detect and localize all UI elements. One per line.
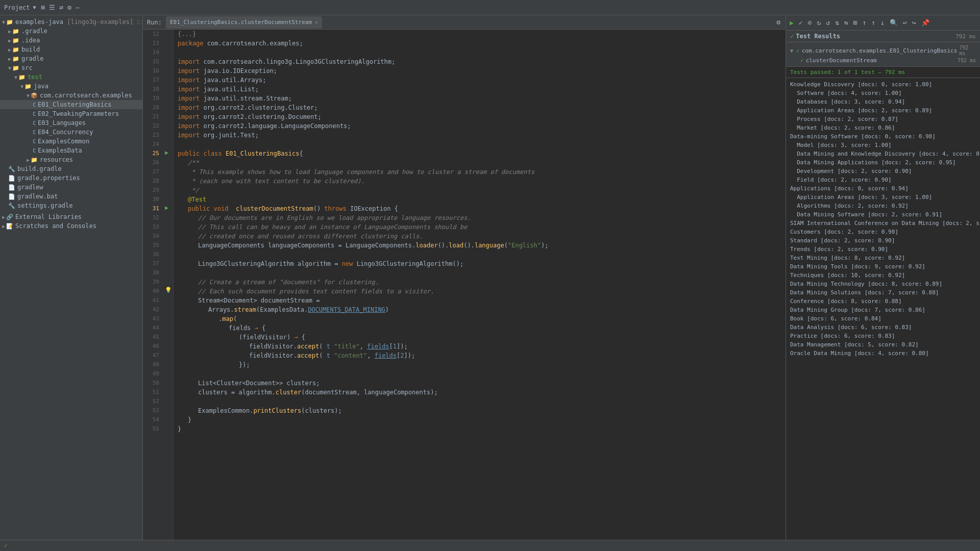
sidebar-item-resources[interactable]: ▶ 📁 resources xyxy=(0,155,142,164)
cluster-line: Data Mining Tools [docs: 9, score: 0.92] xyxy=(790,262,976,271)
run-method-icon[interactable]: ▶ xyxy=(165,204,168,211)
line-num-22: 22 xyxy=(147,121,159,131)
sort-dur-btn[interactable]: ⇆ xyxy=(843,17,850,28)
locate-icon[interactable]: ⊞ xyxy=(40,3,46,12)
run-settings-icon[interactable]: ⚙ xyxy=(775,17,781,27)
code-line-13: package com.carrotsearch.examples; xyxy=(178,39,781,48)
expand-btn[interactable]: ⊞ xyxy=(852,17,859,28)
e03-java-icon: C xyxy=(33,120,36,126)
stop-btn[interactable]: ⊘ xyxy=(806,17,814,28)
export-btn[interactable]: ↑ xyxy=(861,17,868,28)
cluster-line: Field [docs: 2, score: 0.90] xyxy=(790,176,976,184)
cluster-line: Development [docs: 2, score: 0.90] xyxy=(790,167,976,176)
sidebar-item-gradlew-bat[interactable]: 📄 gradlew.bat xyxy=(0,192,142,201)
code-line-17: import java.util.Arrays; xyxy=(178,76,781,85)
scratches-label: Scratches and Consoles xyxy=(15,222,96,230)
rerun-failed-btn[interactable]: ↻ xyxy=(815,17,822,28)
code-scroll-area[interactable]: 12 13 14 15 16 17 18 19 20 21 22 23 24 2… xyxy=(143,30,786,540)
sidebar-item-e03[interactable]: C E03_Languages xyxy=(0,118,142,128)
run-tab-bar: Run: E01_ClusteringBasics.clusterDocumen… xyxy=(143,15,786,30)
code-line-21: import org.carrot2.clustering.Document; xyxy=(178,112,781,121)
run-tab[interactable]: E01_ClusteringBasics.clusterDocumentStre… xyxy=(166,16,322,29)
run-tab-close[interactable]: ✕ xyxy=(315,19,318,25)
code-line-35: LanguageComponents languageComponents = … xyxy=(178,241,781,250)
rerun-btn[interactable]: ✓ xyxy=(797,17,804,28)
scroll-left-btn[interactable]: ↪ xyxy=(911,17,918,28)
test-output[interactable]: Knowledge Discovery [docs: 0, score: 1.0… xyxy=(786,78,980,540)
code-line-54: } xyxy=(178,415,781,424)
cluster-line: Practice [docs: 6, score: 0.83] xyxy=(790,332,976,340)
code-line-12: {...} xyxy=(178,30,781,39)
gradle-props-icon: 📄 xyxy=(8,175,15,182)
run-class-icon[interactable]: ▶ xyxy=(165,149,168,156)
sidebar-item-scratches[interactable]: ▶ 📝 Scratches and Consoles xyxy=(0,221,142,231)
examples-data-icon: C xyxy=(33,148,36,154)
code-line-23: import org.junit.Test; xyxy=(178,131,781,140)
sidebar-item-package[interactable]: ▼ 📦 com.carrotsearch.examples xyxy=(0,91,142,100)
settings-icon[interactable]: ⚙ xyxy=(66,3,72,12)
sidebar-item-idea[interactable]: ▶ 📁 .idea xyxy=(0,36,142,45)
sidebar-item-gradle[interactable]: ▶ 📁 .gradle xyxy=(0,27,142,36)
test-arrow: ▼ xyxy=(14,74,17,80)
code-content[interactable]: {...} package com.carrotsearch.examples;… xyxy=(174,30,786,540)
gradle-label: .gradle xyxy=(21,28,47,35)
sidebar-item-examples-common[interactable]: C ExamplesCommon xyxy=(0,137,142,146)
method-check-icon: ✓ xyxy=(800,57,804,64)
navigate-down-btn[interactable]: ↓ xyxy=(879,17,886,28)
e04-label: E04_Concurrency xyxy=(38,129,93,136)
find-btn[interactable]: 🔍 xyxy=(888,17,899,28)
sidebar-item-build[interactable]: ▶ 📁 build xyxy=(0,45,142,54)
code-line-19: import java.util.stream.Stream; xyxy=(178,94,781,103)
sort-alpha-btn[interactable]: ⇅ xyxy=(834,17,841,28)
expand-all-icon[interactable]: ☰ xyxy=(48,3,56,12)
run-btn[interactable]: ▶ xyxy=(788,17,795,28)
e02-java-icon: C xyxy=(33,111,36,117)
lightbulb-icon[interactable]: 💡 xyxy=(165,287,172,293)
sidebar-item-e04[interactable]: C E04_Concurrency xyxy=(0,128,142,137)
project-label-group: Project ▼ xyxy=(4,4,36,11)
line-num-33: 33 xyxy=(147,222,159,232)
code-line-30: @Test xyxy=(178,195,781,204)
dropdown-arrow[interactable]: ▼ xyxy=(33,5,36,10)
sidebar-item-settings-gradle[interactable]: 🔧 settings.gradle xyxy=(0,201,142,210)
code-line-25: public class E01_ClusteringBasics { xyxy=(178,149,781,158)
run-toolbar: ▶ ✓ ⊘ ↻ ↺ ⇅ ⇆ ⊞ ↑ ↑ ↓ 🔍 ↩ ↪ 📌 xyxy=(786,15,980,31)
sidebar-item-java[interactable]: ▼ 📁 java xyxy=(0,82,142,91)
test-root-item[interactable]: ▼ ✓ com.carrotsearch.examples.E01_Cluste… xyxy=(790,44,976,57)
sidebar-root-item[interactable]: ▼ 📁 examples-java [lingo3g-examples] C:\… xyxy=(0,17,142,27)
line-num-40: 40 xyxy=(147,287,159,296)
resources-arrow: ▶ xyxy=(27,157,30,163)
line-num-36: 36 xyxy=(147,250,159,259)
cluster-line: Book [docs: 6, score: 0.84] xyxy=(790,314,976,323)
code-line-18: import java.util.List; xyxy=(178,85,781,94)
sidebar-item-test[interactable]: ▼ 📁 test xyxy=(0,72,142,82)
sidebar-item-e01[interactable]: C E01_ClusteringBasics xyxy=(0,100,142,109)
project-label: Project xyxy=(4,4,30,11)
scroll-right-btn[interactable]: ↩ xyxy=(901,17,909,28)
line-num-51: 51 xyxy=(147,388,159,397)
minimize-icon[interactable]: — xyxy=(75,3,81,12)
collapse-icon[interactable]: ⇄ xyxy=(58,3,64,12)
code-gutter: ▶ ▶ 💡 xyxy=(163,30,174,540)
line-num-41: 41 xyxy=(147,296,159,305)
navigate-up-btn[interactable]: ↑ xyxy=(870,17,877,28)
sidebar-item-build-gradle[interactable]: 🔧 build.gradle xyxy=(0,164,142,173)
cluster-line: Algorithms [docs: 2, score: 0.92] xyxy=(790,202,976,210)
sidebar-item-e02[interactable]: C E02_TweakingParameters xyxy=(0,109,142,118)
sidebar-item-gradlew[interactable]: 📄 gradlew xyxy=(0,183,142,192)
test-method-item[interactable]: ✓ clusterDocumentStream 792 ms xyxy=(790,57,976,64)
sidebar-item-gradle-props[interactable]: 📄 gradle.properties xyxy=(0,173,142,183)
test-root-label: com.carrotsearch.examples.E01_Clustering… xyxy=(802,47,958,54)
code-line-26: /** xyxy=(178,158,781,167)
sidebar-item-examples-data[interactable]: C ExamplesData xyxy=(0,146,142,155)
sidebar-item-gradle2[interactable]: ▶ 📁 gradle xyxy=(0,54,142,63)
ext-icon: 🔗 xyxy=(6,214,13,220)
sidebar-item-external-libraries[interactable]: ▶ 🔗 External Libraries xyxy=(0,212,142,221)
line-num-48: 48 xyxy=(147,360,159,369)
sidebar-item-src[interactable]: ▼ 📁 src xyxy=(0,63,142,72)
cluster-line: Application Areas [docs: 3, score: 1.00] xyxy=(790,193,976,202)
pin-btn[interactable]: 📌 xyxy=(920,17,931,28)
prev-btn[interactable]: ↺ xyxy=(824,17,831,28)
status-text: ✓ xyxy=(4,542,8,549)
line-num-12: 12 xyxy=(147,30,159,39)
